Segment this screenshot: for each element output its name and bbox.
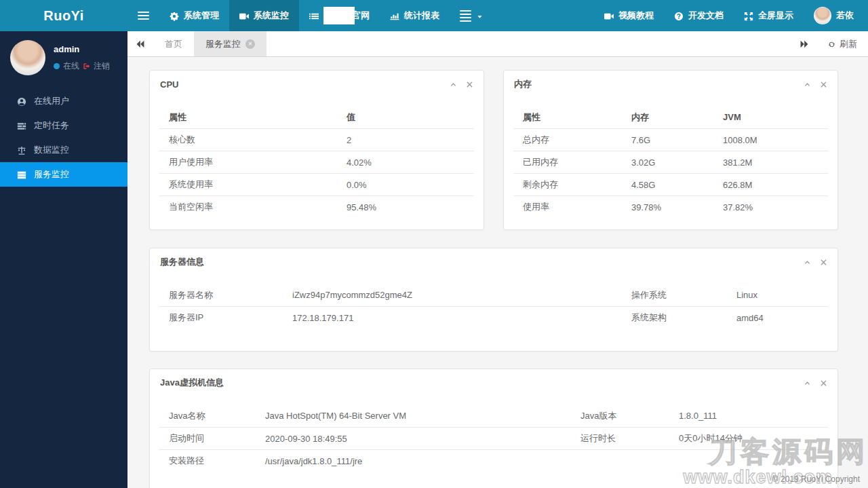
table-row: 剩余内存4.58G626.8M: [513, 173, 828, 195]
sidebar-item-label: 定时任务: [34, 119, 69, 132]
table-row: Java名称Java HotSpot(TM) 64-Bit Server VM …: [159, 405, 828, 427]
navbar-right-group: 视频教程 开发文档 全屏显示 若依: [594, 0, 868, 31]
panel-title: CPU: [160, 79, 178, 90]
memory-table: 属性内存JVM 总内存7.6G1008.0M 已用内存3.02G381.2M 剩…: [513, 106, 828, 218]
tab-bar: 首页 服务监控 × 刷新: [127, 31, 868, 57]
table-header-row: 属性内存JVM: [513, 106, 828, 128]
table-header-row: 属性值: [159, 106, 474, 128]
nav-item-label: 统计报表: [404, 10, 439, 22]
nav-item-reports[interactable]: 统计报表: [380, 0, 450, 31]
tab-label: 服务监控: [205, 38, 241, 50]
refresh-label: 刷新: [840, 38, 857, 50]
nav-item-label: 全屏显示: [758, 10, 793, 22]
tab-label: 首页: [165, 38, 182, 50]
table-row: 用户使用率4.02%: [159, 151, 474, 173]
nav-item-system-monitor[interactable]: 系统监控: [229, 0, 299, 31]
user-avatar: [814, 7, 831, 24]
nav-item-label: 开发文档: [688, 10, 724, 22]
sidebar-user-panel: admin 在线 注销: [0, 31, 127, 82]
list-icon: [309, 10, 319, 21]
close-icon[interactable]: [466, 81, 473, 88]
chevron-up-icon[interactable]: [804, 259, 811, 266]
nav-item-system-manage[interactable]: 系统管理: [159, 0, 229, 31]
sidebar-item-label: 数据监控: [34, 144, 69, 156]
tabs-scroll-left-button[interactable]: [127, 31, 153, 56]
close-icon[interactable]: [820, 259, 827, 266]
main-content: CPU 属性值 核心数2 用户使用率4.02% 系统使用率0.0% 当前空闲率9…: [127, 57, 868, 488]
sidebar-item-label: 在线用户: [34, 95, 69, 107]
cpu-table: 属性值 核心数2 用户使用率4.02% 系统使用率0.0% 当前空闲率95.48…: [159, 106, 474, 218]
online-dot-icon: [54, 63, 60, 69]
sidebar: admin 在线 注销 在线用户 定时任务 数据监控 服务监控: [0, 31, 127, 488]
fullscreen-icon: [744, 10, 753, 21]
user-name-label: 若依: [836, 10, 854, 22]
sidebar-toggle-button[interactable]: [127, 0, 159, 31]
table-row: 使用率39.78%37.82%: [513, 195, 828, 218]
question-circle-icon: [674, 10, 684, 21]
table-row: 系统使用率0.0%: [159, 173, 474, 195]
refresh-button[interactable]: 刷新: [817, 31, 868, 56]
nav-more-menu-button[interactable]: [450, 0, 494, 31]
sidebar-item-scheduled-tasks[interactable]: 定时任务: [0, 113, 127, 138]
table-row: 安装路径/usr/java/jdk1.8.0_111/jre: [159, 449, 828, 472]
panel-server-info: 服务器信息 服务器名称iZwz94p7mycommzd52gme4Z 操作系统L…: [149, 248, 838, 352]
monitor-scale-icon: [17, 145, 26, 155]
copyright-footer: © 2019 RuoYi Copyright: [772, 474, 860, 484]
top-navbar: RuoYi 系统管理 系统监控 官网 官网 官网 统计报表 视频教程 开发: [0, 0, 868, 31]
nav-user-menu[interactable]: 若依: [804, 0, 864, 31]
collapse-left-icon: [136, 38, 145, 50]
video-camera-icon: [239, 10, 249, 21]
nav-item-label: 系统管理: [184, 10, 219, 22]
table-row: 服务器名称iZwz94p7mycommzd52gme4Z 操作系统Linux: [159, 284, 828, 306]
tab-close-icon[interactable]: ×: [245, 39, 255, 49]
panel-jvm-info: Java虚拟机信息 Java名称Java HotSpot(TM) 64-Bit …: [149, 369, 838, 488]
nav-item-label: 系统监控: [254, 10, 289, 22]
sidebar-item-label: 服务监控: [34, 168, 69, 181]
nav-item-fullscreen[interactable]: 全屏显示: [734, 0, 804, 31]
tab-service-monitor[interactable]: 服务监控 ×: [194, 31, 267, 56]
sidebar-item-online-users[interactable]: 在线用户: [0, 89, 127, 113]
server-icon: [17, 169, 26, 180]
table-row: 核心数2: [159, 128, 474, 151]
user-circle-icon: [17, 96, 26, 107]
sidebar-item-data-monitor[interactable]: 数据监控: [0, 138, 127, 162]
table-row: 已用内存3.02G381.2M: [513, 151, 828, 173]
tab-home[interactable]: 首页: [153, 31, 194, 56]
nav-item-website[interactable]: 官网: [328, 0, 380, 31]
forward-icon: [800, 38, 809, 50]
tasks-icon: [17, 120, 26, 131]
table-row: 总内存7.6G1008.0M: [513, 128, 828, 151]
sidebar-menu: 在线用户 定时任务 数据监控 服务监控: [0, 89, 127, 187]
server-table: 服务器名称iZwz94p7mycommzd52gme4Z 操作系统Linux 服…: [159, 284, 828, 329]
bar-chart-icon: [390, 10, 399, 21]
table-row: 当前空闲率95.48%: [159, 195, 474, 218]
chevron-up-icon[interactable]: [804, 81, 811, 88]
chevron-up-icon[interactable]: [804, 379, 811, 387]
sidebar-item-service-monitor[interactable]: 服务监控: [0, 162, 127, 187]
nav-item-dev-docs[interactable]: 开发文档: [664, 0, 734, 31]
hamburger-icon: [138, 12, 149, 20]
app-logo[interactable]: RuoYi: [0, 0, 127, 31]
panel-title: 内存: [514, 78, 532, 90]
panel-title: Java虚拟机信息: [160, 377, 224, 389]
gear-icon: [170, 10, 179, 21]
nav-item-video-tutorial[interactable]: 视频教程: [594, 0, 664, 31]
user-name: admin: [54, 44, 110, 54]
sign-out-icon: [83, 61, 90, 71]
video-camera-icon: [604, 10, 614, 21]
online-status-label: 在线: [63, 60, 79, 72]
close-icon[interactable]: [820, 81, 827, 88]
logout-link[interactable]: 注销: [94, 60, 110, 72]
refresh-icon: [828, 39, 835, 49]
close-icon[interactable]: [820, 379, 827, 387]
table-row: 启动时间2020-09-30 18:49:55 运行时长0天0小时14分钟: [159, 427, 828, 449]
panel-cpu: CPU 属性值 核心数2 用户使用率4.02% 系统使用率0.0% 当前空闲率9…: [149, 70, 484, 230]
panel-memory: 内存 属性内存JVM 总内存7.6G1008.0M 已用内存3.02G381.2…: [503, 70, 838, 230]
tabs-scroll-right-button[interactable]: [791, 31, 817, 56]
nav-item-label: 视频教程: [618, 10, 654, 22]
jvm-table: Java名称Java HotSpot(TM) 64-Bit Server VM …: [159, 405, 828, 472]
panel-title: 服务器信息: [160, 256, 204, 268]
user-avatar[interactable]: [10, 40, 45, 75]
caret-down-icon: [476, 11, 484, 21]
chevron-up-icon[interactable]: [450, 81, 457, 88]
